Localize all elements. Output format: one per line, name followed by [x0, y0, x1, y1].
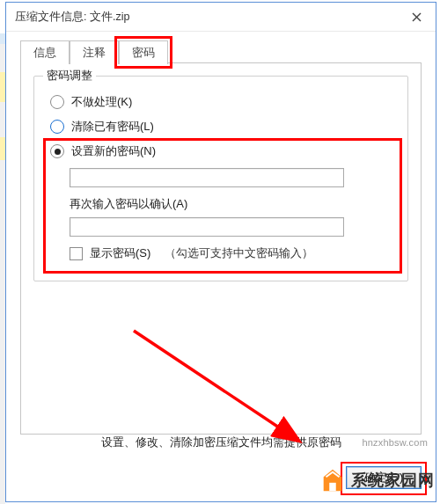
watermark-text: hnzxhbsw.com — [362, 437, 428, 448]
radio-label-clear: 清除已有密码(L) — [71, 119, 154, 135]
window-title: 压缩文件信息: 文件.zip — [15, 10, 397, 25]
tab-info[interactable]: 信息 — [20, 40, 70, 64]
checkbox-icon — [70, 247, 83, 260]
dialog-window: 压缩文件信息: 文件.zip 信息 注释 密码 密码调整 不做处理(K) — [5, 2, 436, 502]
radio-row-none[interactable]: 不做处理(K) — [50, 94, 392, 110]
show-password-note: （勾选可支持中文密码输入） — [165, 245, 313, 261]
radio-label-set: 设置新的密码(N) — [71, 143, 156, 159]
title-bar: 压缩文件信息: 文件.zip — [6, 3, 436, 32]
tab-password[interactable]: 密码 — [119, 40, 168, 64]
svg-rect-4 — [329, 483, 336, 491]
set-password-area: 再次输入密码以确认(A) 显示密码(S) （勾选可支持中文密码输入） — [70, 168, 392, 261]
new-password-input[interactable] — [70, 168, 344, 187]
close-button[interactable] — [397, 3, 436, 31]
client-area: 信息 注释 密码 密码调整 不做处理(K) 清除已有密码(L) 设置新的密码(N… — [6, 32, 436, 501]
brand-badge: 系统家园网 — [319, 467, 435, 493]
radio-icon — [50, 144, 64, 158]
tab-comment[interactable]: 注释 — [70, 40, 119, 64]
group-password-adjust: 密码调整 不做处理(K) 清除已有密码(L) 设置新的密码(N) 再次输入密码以… — [33, 76, 408, 281]
group-legend: 密码调整 — [43, 68, 96, 84]
brand-logo-icon — [319, 467, 346, 493]
confirm-password-input[interactable] — [70, 217, 344, 237]
tab-strip: 信息 注释 密码 — [20, 39, 422, 63]
radio-label-none: 不做处理(K) — [71, 94, 132, 110]
radio-icon — [50, 120, 64, 134]
tab-page-password: 密码调整 不做处理(K) 清除已有密码(L) 设置新的密码(N) 再次输入密码以… — [20, 62, 422, 435]
radio-row-clear[interactable]: 清除已有密码(L) — [50, 119, 392, 135]
radio-icon — [50, 95, 64, 109]
close-icon — [412, 12, 422, 22]
radio-row-set-new[interactable]: 设置新的密码(N) — [50, 143, 392, 159]
confirm-label: 再次输入密码以确认(A) — [70, 196, 392, 212]
brand-text: 系统家园网 — [351, 470, 435, 491]
show-password-label: 显示密码(S) — [90, 245, 150, 261]
show-password-row[interactable]: 显示密码(S) （勾选可支持中文密码输入） — [70, 245, 392, 261]
